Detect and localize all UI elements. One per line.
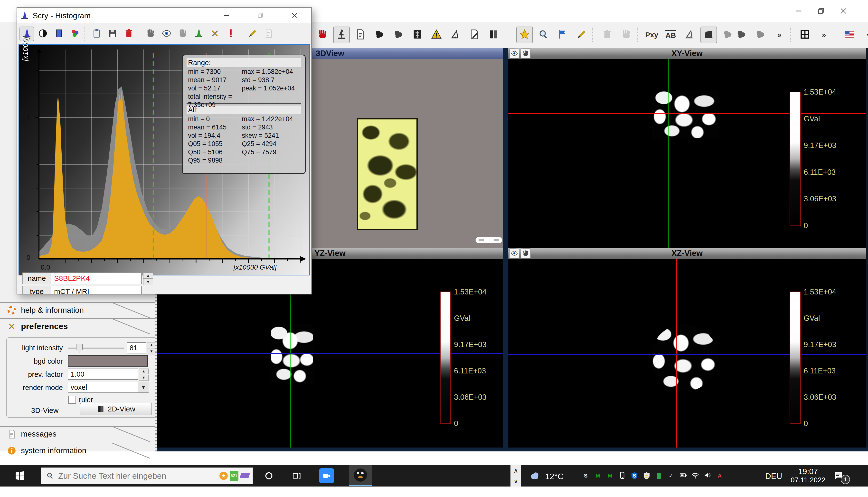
flag-icon[interactable] — [554, 27, 571, 43]
magnifier-icon[interactable] — [535, 27, 552, 43]
xray-image-icon[interactable] — [409, 27, 426, 43]
chevron-up-icon[interactable]: ∧ — [513, 467, 518, 474]
defender-warning-tray-icon[interactable]: ⚠ — [642, 471, 651, 481]
name-spinner[interactable]: ▲▼ — [143, 272, 153, 285]
overflow-chevron2-icon[interactable]: » — [815, 27, 832, 43]
tools-icon[interactable] — [207, 27, 222, 41]
contrast-icon[interactable] — [35, 27, 50, 41]
ab-distance-icon[interactable]: AB — [662, 27, 679, 43]
rotate-device-tray-icon[interactable] — [617, 471, 627, 481]
radiation-warning-icon[interactable] — [428, 27, 445, 43]
render-mode-select[interactable]: voxel — [68, 382, 149, 393]
edit-icon[interactable] — [245, 27, 260, 41]
app-m1-tray-icon[interactable]: M — [593, 471, 603, 481]
light-intensity-value[interactable]: 81 — [127, 342, 146, 353]
acrobat-tray-icon[interactable]: A — [715, 471, 724, 481]
trash-icon[interactable] — [599, 27, 615, 43]
bgd-color-swatch[interactable] — [68, 355, 148, 367]
skype-tray-icon[interactable]: S — [581, 471, 591, 481]
segment-icon[interactable] — [371, 27, 388, 43]
gradient-icon[interactable] — [52, 27, 66, 41]
microscope-icon[interactable] — [333, 27, 350, 43]
search-input[interactable] — [58, 471, 219, 481]
prev-factor-spinner[interactable]: ▲▼ — [139, 369, 149, 381]
save-icon[interactable] — [105, 27, 120, 41]
shield-s-tray-icon[interactable]: S — [630, 471, 639, 481]
stop-hand-icon[interactable] — [314, 27, 331, 43]
avg-tray-icon[interactable]: █ — [654, 471, 664, 481]
3dview-slider[interactable] — [475, 237, 502, 243]
pencil-icon[interactable] — [573, 27, 590, 43]
annotate-icon[interactable] — [466, 27, 483, 43]
pxy-coords-icon[interactable]: Pxy — [644, 27, 660, 43]
measure-angle-icon[interactable] — [447, 27, 464, 43]
xyview-rotate-button[interactable] — [521, 48, 530, 58]
panel-xyview[interactable]: 1.53E+04GVal9.17E+036.11E+033.06E+030 — [508, 59, 866, 248]
clock[interactable]: 19:07 07.11.2022 — [789, 467, 827, 484]
weather-cloud-icon[interactable] — [528, 470, 541, 481]
panel-header-xzview[interactable]: XZ-View — [508, 248, 866, 259]
viewport-divider[interactable] — [503, 48, 508, 451]
panel-header-xyview[interactable]: XY-View — [508, 48, 866, 59]
histwin-maximize-button[interactable] — [253, 8, 267, 23]
tab-2d-view[interactable]: 2D-View — [80, 403, 152, 415]
histogram-icon[interactable] — [191, 27, 206, 41]
light-intensity-spinner[interactable]: ▲▼ — [147, 342, 156, 354]
weather-temp[interactable]: 12°C — [545, 472, 563, 481]
battery-tray-icon[interactable] — [678, 471, 688, 481]
chevron-down-icon[interactable]: ∨ — [513, 478, 518, 485]
puzzle-light-icon[interactable] — [752, 27, 769, 43]
wifi-tray-icon[interactable] — [690, 471, 700, 481]
puzzle-dark-icon[interactable] — [733, 27, 750, 43]
contour-icon[interactable] — [390, 27, 407, 43]
taskbar-zoom-icon[interactable] — [319, 468, 334, 483]
tray-expand-strip[interactable]: ∧ ∨ — [511, 465, 521, 486]
xzview-eye-button[interactable] — [510, 248, 519, 258]
tab-3d-view[interactable]: 3D-View — [11, 404, 79, 417]
sidebar-section-preferences[interactable]: preferences — [0, 318, 156, 333]
xzview-rotate-button[interactable] — [521, 248, 530, 258]
document-info-icon[interactable] — [352, 27, 369, 43]
taskbar-search[interactable]: ★ 521 — [41, 468, 253, 484]
layout-grid-icon[interactable] — [797, 27, 813, 43]
xyview-eye-button[interactable] — [510, 48, 519, 58]
render-mode-dropdown-arrow[interactable]: ▼ — [138, 382, 149, 393]
language-dropdown-icon[interactable]: ▾ — [860, 27, 868, 43]
clip-plane-icon[interactable] — [701, 27, 717, 43]
light-intensity-slider-thumb[interactable] — [76, 344, 83, 353]
alert-icon[interactable] — [224, 27, 238, 41]
volume-tray-icon[interactable] — [703, 471, 712, 481]
green-check-tray-icon[interactable]: ✓ — [666, 471, 676, 481]
paste-icon[interactable] — [89, 27, 104, 41]
name-value[interactable]: S8BL2PK4 — [51, 272, 142, 284]
xray-book-icon[interactable] — [485, 27, 502, 43]
taskbar-taskview-icon[interactable] — [291, 470, 302, 481]
alpha-angle-icon[interactable] — [681, 27, 698, 43]
language-flag-icon[interactable] — [841, 27, 858, 43]
prev-factor-input[interactable]: 1.00 — [68, 369, 138, 380]
ruler-checkbox[interactable] — [68, 396, 76, 404]
sidebar-section-sysinfo[interactable]: system information — [0, 443, 156, 458]
visibility-icon[interactable] — [159, 27, 174, 41]
app-minimize-button[interactable] — [791, 3, 806, 18]
taskbar-opera-icon[interactable] — [264, 470, 274, 481]
histwin-minimize-button[interactable] — [219, 8, 233, 23]
sidebar-section-help[interactable]: help & information — [0, 302, 156, 317]
app-close-button[interactable] — [836, 3, 851, 18]
panel-xzview[interactable]: 1.53E+04GVal9.17E+036.11E+033.06E+030 — [508, 259, 866, 448]
histwin-close-button[interactable] — [288, 8, 301, 23]
start-button[interactable] — [13, 469, 26, 482]
favorite-star-icon[interactable] — [516, 27, 533, 43]
histogram-window[interactable]: Scry - Histogram [x1000] 1 0 0. — [17, 7, 312, 295]
delete-icon[interactable] — [121, 27, 136, 41]
pan-hand-icon[interactable] — [618, 27, 634, 43]
sidebar-section-messages[interactable]: messages — [0, 426, 156, 441]
pan-tool-icon[interactable] — [175, 27, 190, 41]
report-icon[interactable] — [261, 27, 276, 41]
rgb-balance-icon[interactable] — [68, 27, 82, 41]
app-m2-tray-icon[interactable]: M — [605, 471, 615, 481]
taskbar-active-app-icon[interactable] — [349, 465, 372, 486]
language-indicator[interactable]: DEU — [765, 472, 782, 481]
type-value[interactable]: mCT / MRI — [51, 286, 142, 295]
app-restore-button[interactable] — [813, 3, 828, 18]
